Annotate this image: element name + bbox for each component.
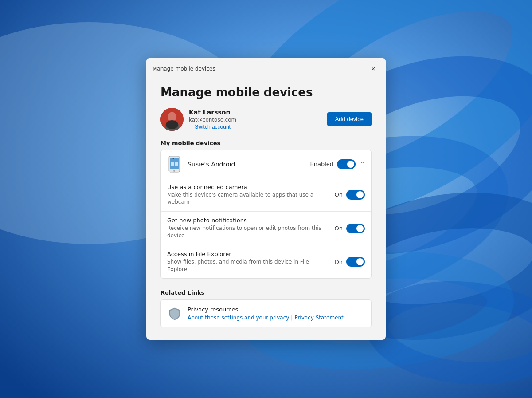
account-details: Kat Larsson kat@contoso.com Switch accou… bbox=[189, 109, 236, 130]
related-panel: Privacy resources About these settings a… bbox=[160, 299, 372, 327]
toggle-explorer[interactable] bbox=[346, 257, 365, 267]
related-item-privacy: Privacy resources About these settings a… bbox=[161, 300, 371, 327]
svg-point-15 bbox=[173, 170, 175, 172]
link-separator: | bbox=[291, 315, 293, 321]
avatar bbox=[160, 108, 184, 131]
on-label-photo: On bbox=[335, 225, 343, 232]
titlebar: Manage mobile devices × bbox=[146, 58, 386, 79]
chevron-up-icon[interactable]: ⌃ bbox=[360, 161, 365, 167]
switch-account-button[interactable]: Switch account bbox=[189, 124, 236, 130]
toggle-slider-explorer bbox=[346, 257, 365, 267]
enabled-label: Enabled bbox=[310, 161, 334, 167]
shield-icon bbox=[168, 307, 181, 320]
setting-text-camera: Use as a connected camera Make this devi… bbox=[167, 184, 335, 206]
setting-file-explorer: Access in File Explorer Show files, phot… bbox=[161, 245, 371, 279]
on-label-explorer: On bbox=[335, 259, 343, 265]
account-name: Kat Larsson bbox=[189, 109, 236, 116]
device-header-row: Susie's Android Enabled ⌃ bbox=[161, 150, 371, 178]
privacy-statement-link[interactable]: Privacy Statement bbox=[294, 315, 343, 321]
my-devices-label: My mobile devices bbox=[160, 140, 372, 146]
toggle-slider-photo bbox=[346, 224, 365, 233]
setting-desc-camera: Make this device's camera available to a… bbox=[167, 191, 329, 206]
dialog-body: Manage mobile devices K bbox=[146, 79, 386, 340]
account-section: Kat Larsson kat@contoso.com Switch accou… bbox=[160, 108, 372, 131]
related-links-label: Related Links bbox=[160, 289, 372, 296]
account-info: Kat Larsson kat@contoso.com Switch accou… bbox=[160, 108, 236, 131]
phone-icon bbox=[167, 156, 181, 173]
setting-title-photo: Get new photo notifications bbox=[167, 217, 329, 224]
privacy-settings-link[interactable]: About these settings and your privacy bbox=[188, 315, 289, 321]
devices-panel: Susie's Android Enabled ⌃ Use as a conne… bbox=[160, 150, 372, 279]
setting-connected-camera: Use as a connected camera Make this devi… bbox=[161, 178, 371, 212]
setting-control-photo: On bbox=[335, 224, 365, 233]
setting-text-explorer: Access in File Explorer Show files, phot… bbox=[167, 251, 335, 273]
related-title: Privacy resources bbox=[188, 306, 344, 313]
setting-photo-notifications: Get new photo notifications Receive new … bbox=[161, 212, 371, 245]
toggle-slider bbox=[337, 159, 356, 169]
svg-point-16 bbox=[173, 158, 174, 159]
setting-title-camera: Use as a connected camera bbox=[167, 184, 329, 190]
setting-control-explorer: On bbox=[335, 257, 365, 267]
related-item-content: Privacy resources About these settings a… bbox=[188, 306, 344, 321]
device-enabled-toggle[interactable] bbox=[337, 159, 356, 169]
svg-rect-17 bbox=[171, 162, 174, 166]
setting-desc-explorer: Show files, photos, and media from this … bbox=[167, 258, 329, 273]
account-email: kat@contoso.com bbox=[189, 117, 236, 123]
on-label-camera: On bbox=[335, 191, 343, 198]
svg-point-11 bbox=[168, 112, 176, 121]
toggle-camera[interactable] bbox=[346, 190, 365, 200]
svg-point-12 bbox=[166, 120, 178, 129]
toggle-slider-camera bbox=[346, 190, 365, 200]
toggle-photo[interactable] bbox=[346, 224, 365, 233]
setting-text-photo: Get new photo notifications Receive new … bbox=[167, 217, 335, 240]
titlebar-title: Manage mobile devices bbox=[153, 66, 215, 72]
setting-title-explorer: Access in File Explorer bbox=[167, 251, 329, 257]
close-button[interactable]: × bbox=[367, 63, 379, 75]
manage-mobile-devices-dialog: Manage mobile devices × Manage mobile de… bbox=[146, 58, 386, 340]
related-links-row: About these settings and your privacy|Pr… bbox=[188, 315, 344, 321]
add-device-button[interactable]: Add device bbox=[327, 112, 372, 126]
svg-rect-18 bbox=[175, 162, 178, 166]
setting-desc-photo: Receive new notifications to open or edi… bbox=[167, 225, 329, 240]
device-name: Susie's Android bbox=[188, 161, 310, 168]
setting-control-camera: On bbox=[335, 190, 365, 200]
page-title: Manage mobile devices bbox=[160, 86, 372, 99]
